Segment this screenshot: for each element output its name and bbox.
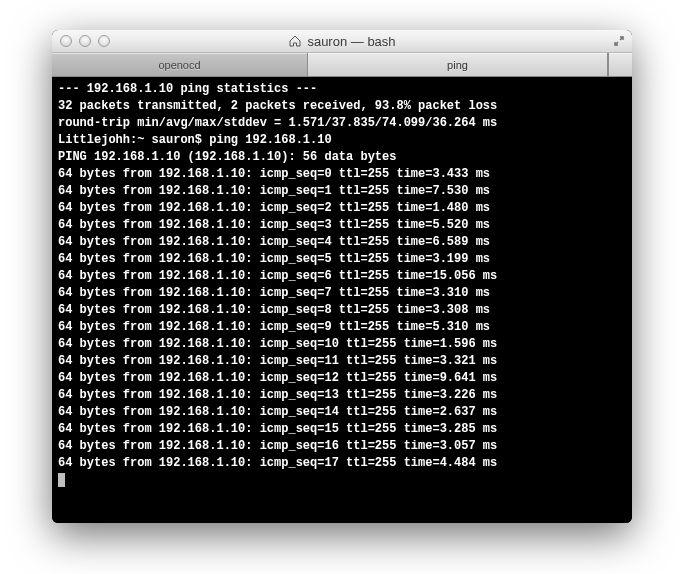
- term-line: 64 bytes from 192.168.1.10: icmp_seq=6 t…: [58, 269, 497, 283]
- term-line: 64 bytes from 192.168.1.10: icmp_seq=13 …: [58, 388, 497, 402]
- term-line: round-trip min/avg/max/stddev = 1.571/37…: [58, 116, 497, 130]
- term-line: 64 bytes from 192.168.1.10: icmp_seq=10 …: [58, 337, 497, 351]
- titlebar[interactable]: sauron — bash: [52, 30, 632, 53]
- terminal-window: sauron — bash openocd ping --- 192.168.1…: [52, 30, 632, 523]
- traffic-lights: [52, 35, 110, 47]
- close-button[interactable]: [60, 35, 72, 47]
- term-line: 64 bytes from 192.168.1.10: icmp_seq=7 t…: [58, 286, 490, 300]
- term-line: 64 bytes from 192.168.1.10: icmp_seq=2 t…: [58, 201, 490, 215]
- term-line: 64 bytes from 192.168.1.10: icmp_seq=3 t…: [58, 218, 490, 232]
- tab-openocd[interactable]: openocd: [52, 53, 308, 76]
- tab-bar: openocd ping: [52, 53, 632, 77]
- cursor: [58, 473, 65, 487]
- terminal-output[interactable]: --- 192.168.1.10 ping statistics --- 32 …: [52, 77, 632, 523]
- term-line: 64 bytes from 192.168.1.10: icmp_seq=8 t…: [58, 303, 490, 317]
- home-icon: [288, 35, 302, 47]
- term-line: 64 bytes from 192.168.1.10: icmp_seq=9 t…: [58, 320, 490, 334]
- minimize-button[interactable]: [79, 35, 91, 47]
- term-line: 32 packets transmitted, 2 packets receiv…: [58, 99, 497, 113]
- term-line: 64 bytes from 192.168.1.10: icmp_seq=12 …: [58, 371, 497, 385]
- window-title: sauron — bash: [52, 34, 632, 49]
- term-line: PING 192.168.1.10 (192.168.1.10): 56 dat…: [58, 150, 396, 164]
- tab-label: openocd: [158, 59, 200, 71]
- term-line: 64 bytes from 192.168.1.10: icmp_seq=16 …: [58, 439, 497, 453]
- window-title-text: sauron — bash: [307, 34, 395, 49]
- term-line: 64 bytes from 192.168.1.10: icmp_seq=4 t…: [58, 235, 490, 249]
- zoom-button[interactable]: [98, 35, 110, 47]
- term-line: 64 bytes from 192.168.1.10: icmp_seq=1 t…: [58, 184, 490, 198]
- expand-icon[interactable]: [612, 34, 626, 48]
- term-line: 64 bytes from 192.168.1.10: icmp_seq=15 …: [58, 422, 497, 436]
- tab-label: ping: [447, 59, 468, 71]
- term-line: 64 bytes from 192.168.1.10: icmp_seq=11 …: [58, 354, 497, 368]
- term-line: 64 bytes from 192.168.1.10: icmp_seq=0 t…: [58, 167, 490, 181]
- term-line: --- 192.168.1.10 ping statistics ---: [58, 82, 317, 96]
- term-line: 64 bytes from 192.168.1.10: icmp_seq=5 t…: [58, 252, 490, 266]
- term-line: 64 bytes from 192.168.1.10: icmp_seq=17 …: [58, 456, 497, 470]
- tab-ping[interactable]: ping: [308, 53, 608, 76]
- tab-overflow-handle[interactable]: [608, 53, 632, 76]
- term-line: 64 bytes from 192.168.1.10: icmp_seq=14 …: [58, 405, 497, 419]
- term-prompt: Littlejohh:~ sauron$ ping 192.168.1.10: [58, 133, 332, 147]
